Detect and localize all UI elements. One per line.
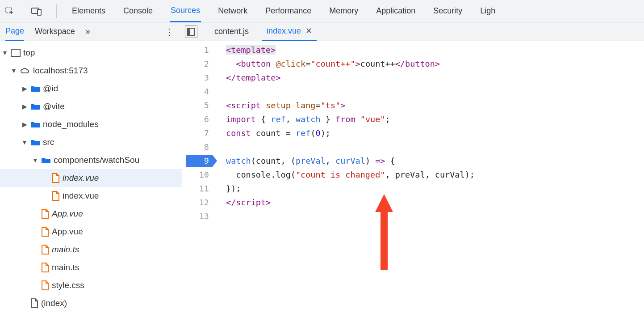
file-icon — [41, 280, 49, 290]
code-area[interactable]: 1<template>2 <button @click="count++">co… — [182, 41, 644, 223]
cloud-icon — [20, 67, 30, 75]
open-tab-index-vue[interactable]: index.vue ✕ — [262, 22, 317, 41]
folder-icon — [30, 120, 40, 128]
tree-label: @id — [43, 84, 58, 93]
folder-icon — [30, 138, 40, 146]
tree-folder-components[interactable]: ▼ components/watchSou — [0, 151, 182, 169]
tree-top-frame[interactable]: ▼ top — [0, 44, 182, 62]
tree-host[interactable]: ▼ localhost:5173 — [0, 62, 182, 80]
code-line[interactable] — [218, 140, 226, 154]
code-line[interactable]: }); — [218, 182, 241, 195]
tab-network[interactable]: Network — [217, 0, 248, 22]
navigator-more-menu-icon[interactable]: ⋮ — [162, 26, 176, 37]
line-number[interactable]: 11 — [182, 182, 218, 195]
code-line[interactable]: const count = ref(0); — [218, 126, 330, 140]
open-tab-label: index.vue — [267, 26, 301, 36]
line-number[interactable]: 1 — [182, 43, 218, 57]
tree-label: style.css — [52, 280, 84, 290]
code-line[interactable]: </template> — [218, 71, 281, 85]
code-line[interactable]: </script> — [218, 195, 271, 209]
disclosure-triangle-down-icon[interactable]: ▼ — [2, 49, 8, 56]
tab-security[interactable]: Security — [432, 0, 463, 22]
source-editor: content.js index.vue ✕ 1<template>2 <but… — [182, 22, 644, 314]
disclosure-triangle-down-icon[interactable]: ▼ — [11, 67, 17, 74]
disclosure-triangle-right-icon[interactable]: ▶ — [21, 103, 28, 110]
toggle-navigator-icon[interactable] — [185, 25, 197, 38]
code-line[interactable]: <template> — [218, 43, 276, 57]
tab-memory[interactable]: Memory — [328, 0, 359, 22]
tree-folder-src[interactable]: ▼ src — [0, 133, 182, 151]
sources-navigator: Page Workspace » ⋮ ▼ top ▼ localhost:517… — [0, 22, 182, 314]
svg-rect-3 — [11, 49, 20, 56]
tab-performance[interactable]: Performance — [264, 0, 312, 22]
folder-icon — [41, 156, 51, 164]
more-tabs-chevron[interactable]: » — [86, 22, 90, 41]
tree-label: main.ts — [52, 263, 79, 272]
tree-label: main.ts — [52, 245, 79, 255]
tree-label: localhost:5173 — [33, 66, 88, 76]
line-number[interactable]: 8 — [182, 140, 218, 154]
code-line[interactable]: import { ref, watch } from "vue"; — [218, 112, 390, 126]
tree-file-app-vue[interactable]: App.vue — [0, 223, 182, 241]
page-tab[interactable]: Page — [5, 22, 24, 41]
tree-file-index-document[interactable]: (index) — [0, 294, 182, 312]
line-number[interactable]: 13 — [182, 209, 218, 223]
tree-file-style-css[interactable]: style.css — [0, 276, 182, 294]
line-number[interactable]: 5 — [182, 98, 218, 112]
inspect-element-icon[interactable] — [4, 6, 15, 17]
line-number[interactable]: 3 — [182, 71, 218, 85]
close-tab-icon[interactable]: ✕ — [305, 26, 312, 36]
tree-label: components/watchSou — [54, 155, 139, 165]
open-file-tabs: content.js index.vue ✕ — [182, 22, 644, 41]
tab-application[interactable]: Application — [375, 0, 416, 22]
code-line[interactable] — [218, 85, 226, 98]
file-icon — [41, 263, 49, 272]
disclosure-triangle-right-icon[interactable]: ▶ — [21, 85, 28, 92]
tree-label: App.vue — [52, 209, 83, 219]
tree-file-main-ts[interactable]: main.ts — [0, 259, 182, 276]
device-toolbar-icon[interactable] — [31, 6, 42, 17]
folder-icon — [30, 102, 40, 110]
code-line[interactable]: console.log("count is changed", preVal, … — [218, 168, 475, 182]
line-number[interactable]: 12 — [182, 195, 218, 209]
disclosure-triangle-right-icon[interactable]: ▶ — [21, 121, 28, 128]
tree-folder-id[interactable]: ▶ @id — [0, 80, 182, 98]
svg-rect-5 — [188, 28, 190, 35]
disclosure-triangle-down-icon[interactable]: ▼ — [21, 139, 28, 146]
code-line[interactable] — [218, 209, 226, 223]
file-icon — [41, 209, 49, 219]
tab-lighthouse-truncated[interactable]: Ligh — [479, 0, 496, 22]
tree-folder-node-modules[interactable]: ▶ node_modules — [0, 115, 182, 133]
tree-label: (index) — [41, 298, 67, 308]
file-icon — [52, 191, 60, 201]
svg-rect-2 — [38, 9, 41, 15]
tree-label: index.vue — [63, 191, 99, 201]
line-number[interactable]: 9 — [182, 154, 218, 168]
open-tab-content-js[interactable]: content.js — [210, 22, 253, 41]
code-line[interactable]: <script setup lang="ts"> — [218, 98, 345, 112]
code-line[interactable]: <button @click="count++">count++</button… — [218, 57, 440, 71]
navigator-tabs: Page Workspace » ⋮ — [0, 22, 182, 41]
document-icon — [30, 298, 38, 308]
file-icon — [41, 245, 49, 255]
open-tab-label: content.js — [214, 27, 249, 36]
tree-file-index-vue[interactable]: index.vue — [0, 187, 182, 205]
workspace-tab[interactable]: Workspace — [35, 22, 75, 41]
line-number[interactable]: 7 — [182, 126, 218, 140]
disclosure-triangle-down-icon[interactable]: ▼ — [32, 157, 38, 164]
line-number[interactable]: 4 — [182, 85, 218, 98]
tree-label: @vite — [43, 102, 65, 111]
line-number[interactable]: 6 — [182, 112, 218, 126]
tree-file-index-vue-sourcemap[interactable]: index.vue — [0, 169, 182, 187]
line-number[interactable]: 10 — [182, 168, 218, 182]
code-line[interactable]: watch(count, (preVal, curVal) => { — [218, 154, 395, 168]
tree-label: App.vue — [52, 227, 83, 237]
tab-elements[interactable]: Elements — [71, 0, 106, 22]
tab-console[interactable]: Console — [122, 0, 154, 22]
tree-file-app-vue-sourcemap[interactable]: App.vue — [0, 205, 182, 223]
line-number[interactable]: 2 — [182, 57, 218, 71]
tab-sources[interactable]: Sources — [170, 0, 201, 22]
file-icon — [41, 227, 49, 237]
tree-folder-vite[interactable]: ▶ @vite — [0, 98, 182, 115]
tree-file-main-ts-sourcemap[interactable]: main.ts — [0, 241, 182, 259]
